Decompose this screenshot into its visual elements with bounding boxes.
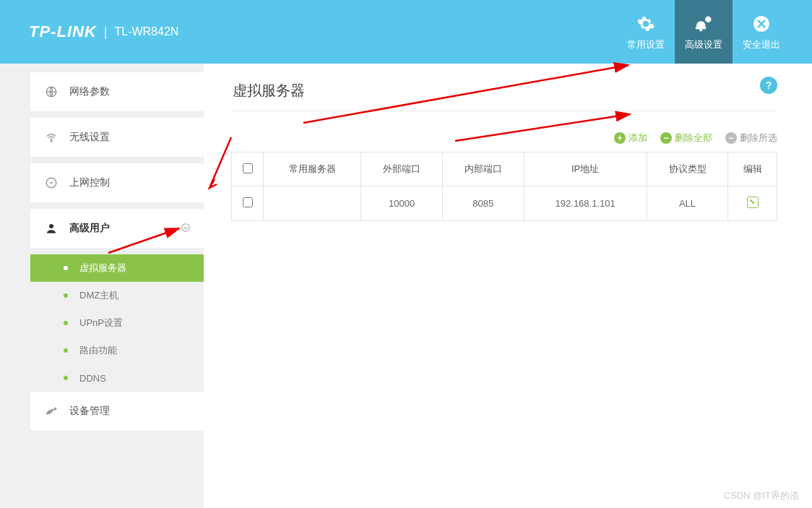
delete-selected-button[interactable]: −删除所选 [725,132,777,145]
nav-label: 高级设置 [685,38,722,51]
sidebar-sub-ddns[interactable]: DDNS [30,364,204,392]
bullet-icon [64,293,68,298]
select-all-checkbox[interactable] [243,163,253,173]
table-header-row: 常用服务器 外部端口 内部端口 IP地址 协议类型 编辑 [232,152,777,186]
sidebar-label: 网络参数 [69,85,110,98]
minus-icon: − [725,132,737,144]
main-content: 虚拟服务器 ? +添加 −删除全部 −删除所选 常用服务器 外部端口 内部端口 … [204,64,812,508]
action-label: 删除所选 [740,132,777,145]
sidebar-sub-label: 虚拟服务器 [79,262,126,275]
sidebar-item-network[interactable]: 网络参数 [30,72,204,111]
sidebar-item-device-mgmt[interactable]: 设备管理 [30,392,204,431]
sidebar-sub-routing[interactable]: 路由功能 [30,337,204,364]
exit-icon [750,12,773,35]
add-button[interactable]: +添加 [614,132,647,145]
col-header: 编辑 [728,152,777,186]
svg-point-5 [46,178,56,188]
action-label: 删除全部 [675,132,712,145]
virtual-server-table: 常用服务器 外部端口 内部端口 IP地址 协议类型 编辑 10000 8085 … [231,152,777,221]
col-header: IP地址 [524,152,647,186]
control-icon [43,175,59,191]
minus-icon: − [660,132,672,144]
col-header: 外部端口 [361,152,443,186]
user-icon [43,220,59,236]
sidebar-item-access-control[interactable]: 上网控制 [30,163,204,202]
table-row: 10000 8085 192.168.1.101 ALL [232,186,777,221]
cell-server [264,186,361,221]
plus-icon: + [614,132,626,144]
bullet-icon [64,321,68,325]
brand-separator: | [104,25,108,40]
page-title: 虚拟服务器 [231,78,777,111]
nav-label: 安全退出 [743,38,780,51]
globe-icon [43,84,59,100]
nav-common-settings[interactable]: 常用设置 [617,0,675,64]
sidebar-label: 设备管理 [69,405,110,418]
help-button[interactable]: ? [760,77,777,94]
tools-icon [43,403,59,419]
sidebar-item-advanced-user[interactable]: 高级用户 [30,209,204,248]
brand-logo: TP-LINK [29,22,97,41]
watermark: CSDN @IT界的渣 [724,489,799,502]
action-label: 添加 [629,132,647,145]
svg-point-0 [699,23,704,29]
cell-ext-port: 10000 [361,186,443,221]
svg-point-4 [51,141,52,142]
gear-icon [634,12,657,35]
sidebar-sub-label: 路由功能 [79,344,117,357]
cell-ip: 192.168.1.101 [524,186,647,221]
sidebar-sub-dmz[interactable]: DMZ主机 [30,282,204,309]
edit-button[interactable] [747,197,759,208]
svg-point-6 [49,224,53,228]
sidebar-subnav: 虚拟服务器 DMZ主机 UPnP设置 路由功能 DDNS [30,254,204,392]
bullet-icon [64,266,68,270]
sidebar-sub-label: DMZ主机 [79,289,118,302]
sidebar: 网络参数 无线设置 上网控制 高级用户 虚拟服务器 DMZ主机 UPnP设置 路… [0,64,204,508]
svg-point-2 [753,16,769,32]
sidebar-label: 无线设置 [69,131,110,144]
bullet-icon [64,376,68,380]
col-header: 协议类型 [647,152,728,186]
bullet-icon [64,348,68,353]
sidebar-label: 上网控制 [69,176,110,189]
sidebar-sub-label: DDNS [79,373,106,384]
sidebar-item-wireless[interactable]: 无线设置 [30,118,204,157]
nav-logout[interactable]: 安全退出 [733,0,790,64]
col-header: 内部端口 [442,152,524,186]
sidebar-sub-label: UPnP设置 [79,317,123,330]
svg-point-7 [182,223,190,231]
sidebar-sub-upnp[interactable]: UPnP设置 [30,309,204,337]
chevron-down-icon [181,223,191,235]
svg-point-1 [707,17,710,21]
cell-int-port: 8085 [442,186,524,221]
svg-point-3 [46,87,56,97]
delete-all-button[interactable]: −删除全部 [660,132,712,145]
model-label: TL-WR842N [114,25,178,38]
sidebar-sub-virtual-server[interactable]: 虚拟服务器 [30,254,204,282]
col-header: 常用服务器 [264,152,361,186]
nav-label: 常用设置 [627,38,665,51]
wifi-icon [43,129,59,145]
nav-advanced-settings[interactable]: 高级设置 [675,0,733,64]
sidebar-label: 高级用户 [69,222,110,235]
row-checkbox[interactable] [243,197,253,207]
header: TP-LINK | TL-WR842N 常用设置 高级设置 安全退出 [0,0,812,64]
action-bar: +添加 −删除全部 −删除所选 [231,132,777,145]
gears-icon [692,12,715,35]
cell-proto: ALL [647,186,728,221]
